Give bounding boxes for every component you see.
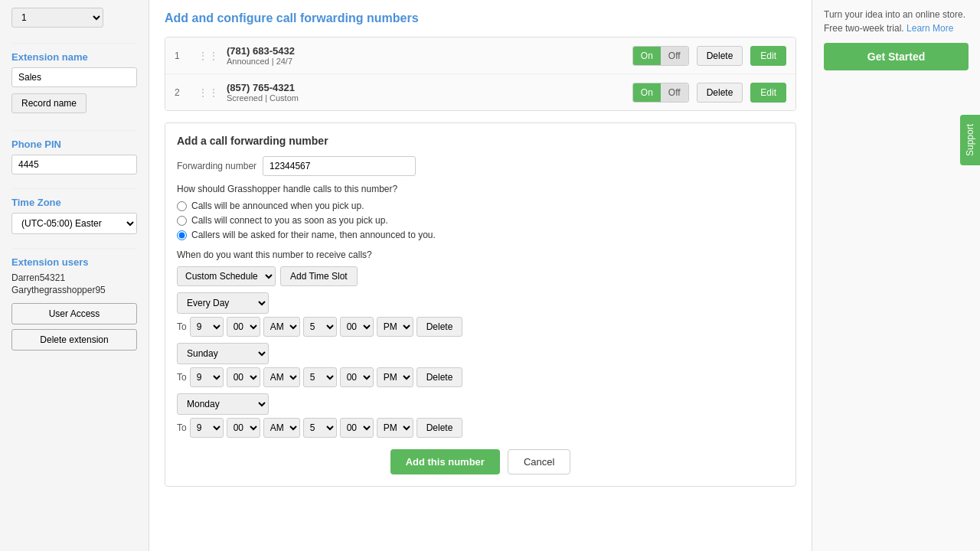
delete-extension-button[interactable]: Delete extension: [11, 329, 137, 350]
toggle-group[interactable]: On Off: [632, 83, 689, 103]
day-select-3[interactable]: Every Day MondayTuesdayWednesday Thursda…: [177, 393, 269, 415]
forwarding-number-input[interactable]: [263, 156, 416, 176]
forwarding-row: 1 ⋮⋮ (781) 683-5432 Announced | 24/7 On …: [165, 37, 795, 74]
add-number-title: Add a call forwarding number: [177, 135, 784, 147]
phone-number: (781) 683-5432: [227, 45, 625, 57]
row-number: 2: [175, 87, 190, 98]
from-hour-2[interactable]: 91234 5678 101112: [190, 367, 224, 387]
to-ampm-1[interactable]: PMAM: [377, 317, 413, 337]
toggle-off-button[interactable]: Off: [661, 83, 688, 102]
action-row: Add this number Cancel: [177, 449, 784, 474]
user-item: Garythegrasshopper95: [11, 285, 137, 295]
schedule-type-select[interactable]: Custom Schedule Always Business Hours: [177, 266, 276, 286]
time-row-1: To 91234 5678 101112 00153045 AMPM 51234…: [177, 317, 784, 337]
drag-handle-icon[interactable]: ⋮⋮: [198, 50, 219, 62]
user-access-button[interactable]: User Access: [11, 303, 137, 324]
to-ampm-3[interactable]: PMAM: [377, 418, 413, 438]
add-this-number-button[interactable]: Add this number: [390, 449, 500, 474]
add-time-slot-button[interactable]: Add Time Slot: [280, 266, 358, 286]
forwarding-number-label: Forwarding number: [177, 161, 256, 171]
from-ampm-2[interactable]: AMPM: [263, 367, 300, 387]
to-label: To: [177, 422, 187, 433]
delete-slot-2-button[interactable]: Delete: [416, 367, 463, 387]
row-number: 1: [175, 51, 190, 61]
add-number-box: Add a call forwarding number Forwarding …: [165, 122, 796, 487]
toggle-on-button[interactable]: On: [633, 83, 661, 102]
page-select[interactable]: 1 2: [11, 8, 103, 28]
record-name-button[interactable]: Record name: [11, 93, 87, 113]
forwarding-number-row: Forwarding number: [177, 156, 784, 176]
from-min-2[interactable]: 00153045: [227, 367, 260, 387]
from-hour-1[interactable]: 91234 5678 101112: [190, 317, 224, 337]
radio-screened[interactable]: [177, 230, 187, 240]
delete-button[interactable]: Delete: [697, 46, 743, 66]
forwarding-list: 1 ⋮⋮ (781) 683-5432 Announced | 24/7 On …: [165, 37, 796, 111]
phone-info: (781) 683-5432 Announced | 24/7: [227, 45, 625, 66]
support-bar[interactable]: Support: [960, 115, 980, 165]
to-min-3[interactable]: 00153045: [340, 418, 374, 438]
extension-users-label: Extension users: [11, 256, 137, 268]
to-min-2[interactable]: 00153045: [340, 367, 374, 387]
from-min-3[interactable]: 00153045: [227, 418, 260, 438]
day-select-2[interactable]: Every Day MondayTuesdayWednesday Thursda…: [177, 343, 269, 364]
support-label: Support: [965, 124, 975, 156]
edit-button[interactable]: Edit: [750, 46, 786, 66]
from-min-1[interactable]: 00153045: [227, 317, 260, 337]
time-row-2: To 91234 5678 101112 00153045 AMPM 51234…: [177, 367, 784, 387]
edit-button[interactable]: Edit: [750, 83, 786, 103]
delete-button[interactable]: Delete: [697, 83, 743, 103]
to-hour-3[interactable]: 51234 6789 101112: [303, 418, 337, 438]
cancel-button[interactable]: Cancel: [508, 449, 570, 474]
how-question: How should Grasshopper handle calls to t…: [177, 184, 784, 194]
drag-handle-icon[interactable]: ⋮⋮: [198, 86, 219, 99]
time-row-3: To 91234 5678 101112 00153045 AMPM 51234…: [177, 418, 784, 438]
radio-connect[interactable]: [177, 216, 187, 226]
user-list: Darren54321 Garythegrasshopper95: [11, 272, 137, 295]
radio-option-3[interactable]: Callers will be asked for their name, th…: [177, 230, 784, 240]
toggle-off-button[interactable]: Off: [661, 47, 688, 65]
day-row-1: Every Day MondayTuesdayWednesday Thursda…: [177, 292, 784, 314]
to-label: To: [177, 372, 187, 383]
phone-pin-label: Phone PIN: [11, 139, 137, 150]
from-ampm-1[interactable]: AMPM: [263, 317, 300, 337]
day-row-3: Every Day MondayTuesdayWednesday Thursda…: [177, 393, 784, 415]
time-zone-select[interactable]: (UTC-05:00) Easter (UTC-05:00) Eastern (…: [11, 213, 137, 234]
schedule-section: When do you want this number to receive …: [177, 249, 784, 438]
time-zone-label: Time Zone: [11, 197, 137, 208]
left-panel: 1 2 Extension name Record name Phone PIN…: [0, 0, 149, 551]
day-row-2: Every Day MondayTuesdayWednesday Thursda…: [177, 343, 784, 364]
radio-option-2[interactable]: Calls will connect to you as soon as you…: [177, 215, 784, 226]
to-ampm-2[interactable]: PMAM: [377, 367, 413, 387]
learn-more-link[interactable]: Learn More: [906, 23, 953, 34]
delete-slot-1-button[interactable]: Delete: [416, 317, 463, 337]
radio-label-2: Calls will connect to you as soon as you…: [191, 215, 388, 226]
radio-label-3: Callers will be asked for their name, th…: [191, 230, 436, 240]
phone-type: Announced | 24/7: [227, 57, 625, 66]
toggle-group[interactable]: On Off: [632, 46, 689, 66]
schedule-select-row: Custom Schedule Always Business Hours Ad…: [177, 266, 784, 286]
to-hour-2[interactable]: 51234 6789 101112: [303, 367, 337, 387]
day-select-1[interactable]: Every Day MondayTuesdayWednesday Thursda…: [177, 292, 269, 314]
when-question: When do you want this number to receive …: [177, 249, 784, 260]
delete-slot-3-button[interactable]: Delete: [416, 418, 463, 438]
main-content: Add and configure call forwarding number…: [149, 0, 812, 551]
phone-type: Screened | Custom: [227, 93, 625, 103]
radio-option-1[interactable]: Calls will be announced when you pick up…: [177, 201, 784, 211]
radio-announced[interactable]: [177, 201, 187, 211]
to-label: To: [177, 321, 187, 332]
radio-label-1: Calls will be announced when you pick up…: [191, 201, 364, 211]
to-hour-1[interactable]: 51234 6789 101112: [303, 317, 337, 337]
phone-pin-input[interactable]: [11, 155, 137, 174]
from-hour-3[interactable]: 91234 5678 101112: [190, 418, 224, 438]
user-item: Darren54321: [11, 272, 137, 283]
from-ampm-3[interactable]: AMPM: [263, 418, 300, 438]
extension-name-label: Extension name: [11, 51, 137, 63]
page-title: Add and configure call forwarding number…: [165, 11, 796, 25]
get-started-button[interactable]: Get Started: [824, 43, 969, 70]
toggle-on-button[interactable]: On: [633, 47, 661, 65]
ad-text: Turn your idea into an online store. Fre…: [824, 8, 969, 35]
to-min-1[interactable]: 00153045: [340, 317, 374, 337]
extension-name-input[interactable]: [11, 67, 137, 87]
right-panel: Turn your idea into an online store. Fre…: [812, 0, 980, 551]
phone-info: (857) 765-4321 Screened | Custom: [227, 82, 625, 103]
